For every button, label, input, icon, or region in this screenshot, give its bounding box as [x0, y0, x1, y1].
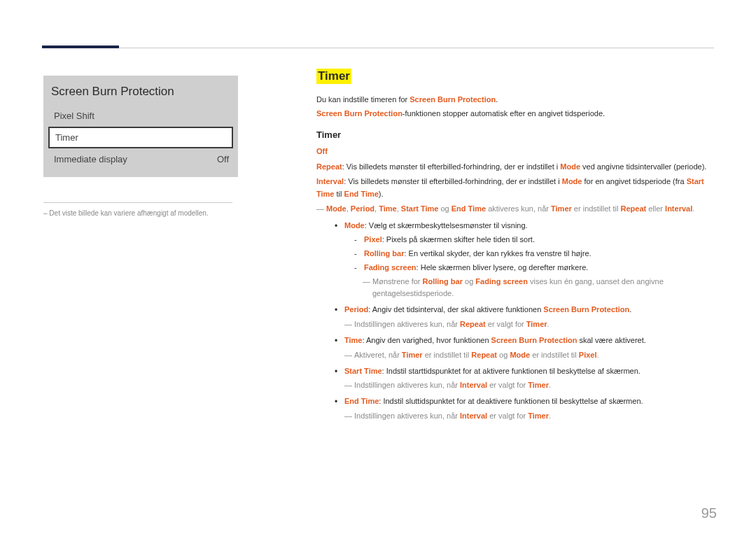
text: eller — [646, 204, 665, 213]
bullet-end-time: End Time: Indstil sluttidspunktet for at… — [335, 395, 715, 422]
term-mode: Mode — [326, 204, 346, 213]
text: Indstillingen aktiveres kun, når — [354, 412, 460, 420]
text: . — [692, 204, 694, 213]
content-column: Timer Du kan indstille timeren for Scree… — [316, 69, 715, 426]
text: . — [597, 351, 599, 359]
label-mode: Mode — [344, 221, 365, 230]
menu-item-value: Off — [217, 154, 229, 164]
note-start-condition: Indstillingen aktiveres kun, når Interva… — [344, 379, 715, 391]
text: : Angiv det tidsinterval, der skal aktiv… — [368, 305, 543, 314]
term-screen-burn-protection: Screen Burn Protection — [316, 109, 402, 118]
page-number: 95 — [701, 505, 717, 521]
term-end-time: End Time — [451, 204, 486, 213]
text: aktiveres kun, når — [486, 204, 551, 213]
menu-item-label: Timer — [55, 132, 78, 143]
section-heading: Timer — [316, 69, 351, 84]
text: Aktiveret, når — [354, 351, 402, 359]
term-repeat: Repeat — [471, 351, 497, 359]
text: til — [334, 190, 344, 198]
term-time: Time — [379, 204, 396, 213]
subheading-timer: Timer — [316, 129, 715, 140]
sub-bullet-list: Pixel: Pixels på skærmen skifter hele ti… — [344, 234, 715, 274]
term-mode: Mode — [562, 177, 582, 185]
header-accent-bar — [42, 45, 119, 48]
note-activation-condition-1: Mode, Period, Time, Start Time og End Ti… — [316, 203, 715, 215]
text: : Vælg et skærmbeskyttelsesmønster til v… — [365, 221, 528, 230]
text: : Angiv den varighed, hvor funktionen — [362, 336, 491, 344]
label-pixel: Pixel — [364, 235, 382, 244]
text: er valgt for — [487, 381, 528, 389]
intro-line-2: Screen Burn Protection-funktionen stoppe… — [316, 108, 715, 120]
label-rolling-bar: Rolling bar — [364, 249, 404, 258]
sub-bullet-pixel: Pixel: Pixels på skærmen skifter hele ti… — [354, 234, 715, 246]
term-repeat: Repeat — [621, 204, 647, 213]
term-timer: Timer — [526, 320, 547, 328]
text: : Indstil starttidspunktet for at aktive… — [382, 367, 640, 375]
left-column: Screen Burn Protection Pixel Shift Timer… — [43, 76, 238, 218]
bullet-list: Mode: Vælg et skærmbeskyttelsesmønster t… — [316, 220, 715, 422]
term-period: Period — [351, 204, 374, 213]
sub-bullet-fading-screen: Fading screen: Hele skærmen bliver lyser… — [354, 262, 715, 274]
note-pattern-once: Mønstrene for Rolling bar og Fading scre… — [363, 276, 715, 300]
menu-item-timer[interactable]: Timer — [48, 127, 233, 148]
text: ). — [379, 190, 384, 198]
text: : Indstil sluttidspunktet for at deaktiv… — [379, 397, 643, 405]
text: er indstillet til — [423, 351, 472, 359]
text: ved angivne tidsintervaller (periode). — [580, 162, 706, 171]
term-timer: Timer — [528, 381, 549, 389]
label-time: Time — [344, 336, 362, 344]
osd-menu: Screen Burn Protection Pixel Shift Timer… — [43, 76, 238, 177]
text: : Hele skærmen bliver lysere, og derefte… — [416, 263, 589, 272]
term-mode: Mode — [510, 351, 530, 359]
term-rolling-bar: Rolling bar — [423, 277, 463, 286]
menu-item-label: Immediate display — [54, 154, 127, 164]
option-interval: Interval: Vis billedets mønster til efte… — [316, 176, 715, 200]
text: . — [549, 412, 551, 420]
term-fading-screen: Fading screen — [475, 277, 528, 286]
text: er indstillet til — [530, 351, 579, 359]
text: : En vertikal skyder, der kan rykkes fra… — [404, 249, 591, 258]
text: for en angivet tidsperiode (fra — [582, 177, 686, 185]
sub-bullet-rolling-bar: Rolling bar: En vertikal skyder, der kan… — [354, 248, 715, 260]
text: og — [438, 204, 451, 213]
text: . — [547, 320, 550, 328]
text: er valgt for — [486, 320, 526, 328]
menu-item-pixel-shift[interactable]: Pixel Shift — [44, 106, 237, 126]
option-repeat: Repeat: Vis billedets mønster til efterb… — [316, 161, 715, 174]
note-period-condition: Indstillingen aktiveres kun, når Repeat … — [344, 318, 715, 330]
text: -funktionen stopper automatisk efter en … — [402, 109, 605, 118]
term-pixel: Pixel — [579, 351, 597, 359]
term-interval: Interval — [665, 204, 692, 213]
label-interval: Interval — [316, 177, 344, 185]
note-time-condition: Aktiveret, når Timer er indstillet til R… — [344, 349, 715, 361]
header-rule — [42, 48, 714, 48]
text: og — [463, 277, 475, 286]
term-interval: Interval — [460, 412, 487, 420]
term-timer: Timer — [528, 412, 549, 420]
bullet-time: Time: Angiv den varighed, hvor funktione… — [335, 335, 715, 361]
osd-menu-title: Screen Burn Protection — [44, 76, 237, 106]
label-start-time: Start Time — [344, 367, 382, 375]
text: . — [549, 381, 551, 389]
menu-item-immediate-display[interactable]: Immediate display Off — [44, 149, 237, 169]
label-fading-screen: Fading screen — [364, 263, 416, 272]
note-end-condition: Indstillingen aktiveres kun, når Interva… — [344, 410, 715, 422]
text: . — [496, 95, 498, 104]
intro-line-1: Du kan indstille timeren for Screen Burn… — [316, 94, 715, 106]
text: : Vis billedets mønster til efterbilled-… — [344, 177, 562, 185]
model-variation-note: Det viste billede kan variere afhængigt … — [43, 209, 238, 218]
text: Indstillingen aktiveres kun, når — [354, 381, 460, 389]
term-timer: Timer — [402, 351, 423, 359]
term-screen-burn-protection: Screen Burn Protection — [410, 95, 496, 104]
label-period: Period — [344, 305, 368, 314]
text: er valgt for — [487, 412, 528, 420]
term-screen-burn-protection: Screen Burn Protection — [491, 336, 578, 344]
term-screen-burn-protection: Screen Burn Protection — [543, 305, 629, 314]
bullet-period: Period: Angiv det tidsinterval, der skal… — [335, 304, 715, 330]
left-separator — [43, 202, 232, 203]
bullet-start-time: Start Time: Indstil starttidspunktet for… — [335, 365, 715, 392]
term-end-time: End Time — [344, 190, 379, 198]
text: skal være aktiveret. — [577, 336, 645, 344]
label-end-time: End Time — [344, 397, 379, 405]
text: og — [497, 351, 510, 359]
